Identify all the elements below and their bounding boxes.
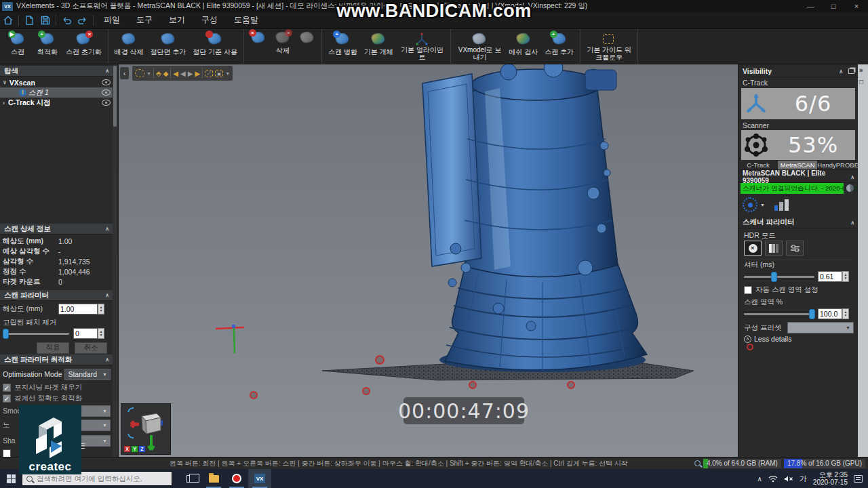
taskbar-clock[interactable]: 오후 2:35 2020-07-15 — [813, 471, 848, 486]
visibility-eye-icon[interactable] — [102, 89, 111, 96]
lasso-select-icon[interactable] — [135, 69, 144, 77]
fill-targets-check-row[interactable]: ✓ 포지셔닝 타겟 채우기 — [0, 382, 113, 392]
redo-icon[interactable] — [75, 14, 91, 27]
tree-item-ctrack-view[interactable]: › C-Track 시점 — [0, 98, 113, 108]
scan-button[interactable]: ▶ 스캔 — [3, 30, 33, 62]
tree-item-scan1[interactable]: ! 스캔 1 — [0, 87, 113, 98]
chevron-down-icon[interactable]: ▼ — [225, 71, 230, 76]
zoom-fit-icon[interactable]: ▣ — [215, 70, 223, 77]
add-scan-button[interactable]: + 스캔 추가 — [541, 30, 577, 62]
slider-handle[interactable] — [771, 272, 777, 282]
boundary-check-row[interactable]: ✓ 경계선 정확도 최적화 — [0, 393, 113, 403]
hdr-custom-button[interactable] — [786, 241, 804, 256]
axis-x-label[interactable]: X — [124, 446, 130, 452]
less-details-link[interactable]: ∧ Less details — [744, 335, 791, 343]
mesh-inspect-button[interactable]: 메쉬 검사 — [505, 30, 541, 62]
preset-select[interactable]: ▼ — [787, 322, 854, 333]
scan-params-header[interactable]: 스캔 파라미터 ∧ — [0, 290, 113, 301]
reset-scan-button[interactable]: × 스캔 초기화 — [62, 30, 105, 62]
visibility-header[interactable]: Visibility ∧ — [738, 66, 859, 77]
shutter-input[interactable] — [818, 271, 842, 282]
new-session-icon[interactable] — [21, 14, 37, 27]
wifi-icon[interactable] — [768, 475, 778, 483]
float-window-icon[interactable] — [848, 68, 854, 74]
shutter-slider[interactable] — [744, 276, 814, 278]
auto-area-row[interactable]: 자동 스캔 영역 설정 — [744, 285, 818, 295]
tab-ctrack[interactable]: C-Track — [738, 161, 778, 169]
send-to-vxmodel-button[interactable]: VXmodel로 보내기 — [454, 30, 505, 62]
slider-handle[interactable] — [809, 309, 815, 319]
remove-background-button[interactable]: 배경 삭제 — [111, 30, 147, 62]
menu-configure[interactable]: 구성 — [193, 12, 226, 28]
file-explorer-button[interactable] — [202, 469, 225, 488]
checkbox-empty[interactable] — [3, 449, 11, 458]
task-view-button[interactable] — [179, 469, 202, 488]
spinner-buttons[interactable]: ▲▼ — [842, 308, 849, 319]
scan-area-slider[interactable] — [744, 313, 814, 315]
rotate-right2-icon[interactable]: ▶ — [188, 70, 193, 77]
add-cutting-plane-button[interactable]: 절단면 추가 — [147, 30, 190, 62]
view-cube-widget[interactable]: X Y Z — [121, 403, 171, 455]
unpin-chevrons-icon[interactable]: » — [859, 66, 863, 74]
resolution-input[interactable] — [58, 304, 98, 314]
rotate-right-icon[interactable]: ▶ — [195, 70, 200, 77]
histogram-icon[interactable] — [774, 199, 789, 211]
use-clipping-plane-button[interactable]: 절단 기준 사용 — [189, 30, 241, 62]
optimize-button[interactable]: + 최적화 — [33, 30, 62, 62]
spinner-buttons[interactable]: ▲▼ — [842, 271, 849, 282]
undo-icon[interactable] — [58, 14, 75, 27]
volume-muted-icon[interactable] — [784, 475, 793, 483]
axis-y-label[interactable]: Y — [132, 446, 138, 452]
collapse-icon[interactable]: ∧ — [839, 68, 843, 75]
rotate-left2-icon[interactable]: ◀ — [180, 70, 186, 77]
patch-slider[interactable] — [3, 333, 69, 335]
scrollbar-thumb[interactable] — [113, 66, 117, 127]
zoom-region-icon[interactable]: ⤢ — [205, 70, 213, 77]
collapse-icon[interactable]: ∧ — [105, 68, 109, 74]
ime-korean-indicator[interactable]: 가 — [800, 474, 807, 484]
tray-chevron-icon[interactable]: ∧ — [757, 475, 762, 483]
checkbox-checked[interactable]: ✓ — [3, 384, 11, 392]
close-button[interactable]: × — [845, 0, 868, 12]
scan-area-input[interactable] — [818, 308, 842, 319]
chevron-down-icon[interactable]: ▼ — [760, 203, 765, 207]
merge-scans-button[interactable]: + 스캔 병합 — [325, 30, 361, 62]
nav-section-header[interactable]: 탐색 ∧ — [0, 66, 113, 77]
collapse-icon[interactable]: ∧ — [850, 220, 854, 226]
viewport-3d[interactable]: ‹ ▼ ⬘ ◆ ◀ ◀ ▶ ▶ ⤢ ▣ ▼ 00:00:47:09 — [119, 64, 738, 457]
maximize-button[interactable]: □ — [822, 0, 845, 12]
home-icon[interactable] — [0, 14, 16, 27]
delete-targets-icon[interactable]: × — [274, 30, 292, 46]
tree-item-vxscan[interactable]: ∨ VXscan — [0, 77, 113, 87]
collapse-icon[interactable]: ∧ — [105, 226, 109, 232]
menu-view[interactable]: 보기 — [161, 12, 193, 28]
center-view-icon[interactable]: ◆ — [163, 70, 169, 77]
viewport-panel-collapse-button[interactable]: ‹ — [120, 67, 129, 79]
action-center-icon[interactable] — [854, 475, 863, 483]
apply-button[interactable]: 적용 — [37, 342, 69, 354]
collapse-icon[interactable]: ∧ — [850, 174, 854, 180]
optimisation-mode-select[interactable]: Standard▼ — [64, 369, 111, 380]
checkbox-checked[interactable]: ✓ — [3, 394, 11, 403]
device-header[interactable]: MetraSCAN BLACK | Elite 9390059 ∧ — [738, 171, 859, 183]
tab-metrascan[interactable]: MetraSCAN — [778, 161, 817, 169]
zoom-level-icon[interactable] — [694, 460, 701, 466]
fit-view-icon[interactable]: ⬘ — [156, 70, 161, 77]
spinner-buttons[interactable]: ▲▼ — [98, 328, 104, 339]
scan-details-header[interactable]: 스캔 상세 정보 ∧ — [0, 224, 113, 235]
scanner-params-header[interactable]: 스캐너 파라미터 ∧ — [738, 217, 859, 228]
hdr-gradient-button[interactable] — [765, 241, 783, 256]
axis-z-label[interactable]: Z — [139, 446, 145, 452]
scanner-mode-icon[interactable] — [743, 197, 757, 212]
delete-all-icon[interactable] — [298, 30, 316, 46]
vxelements-taskbar-button[interactable]: VX — [248, 469, 271, 488]
visibility-eye-icon[interactable] — [102, 79, 111, 85]
minimize-button[interactable]: — — [799, 0, 822, 12]
alignment-button[interactable]: 기본 얼라이먼트 — [396, 30, 448, 62]
cancel-button[interactable]: 취소 — [75, 342, 107, 354]
left-panel-scrollbar[interactable] — [113, 64, 117, 457]
hdr-off-button[interactable]: × — [744, 241, 762, 256]
chevron-down-icon[interactable]: ▼ — [146, 71, 151, 76]
dock-square-icon[interactable]: □ — [859, 78, 863, 85]
checkbox-empty[interactable] — [744, 286, 752, 294]
